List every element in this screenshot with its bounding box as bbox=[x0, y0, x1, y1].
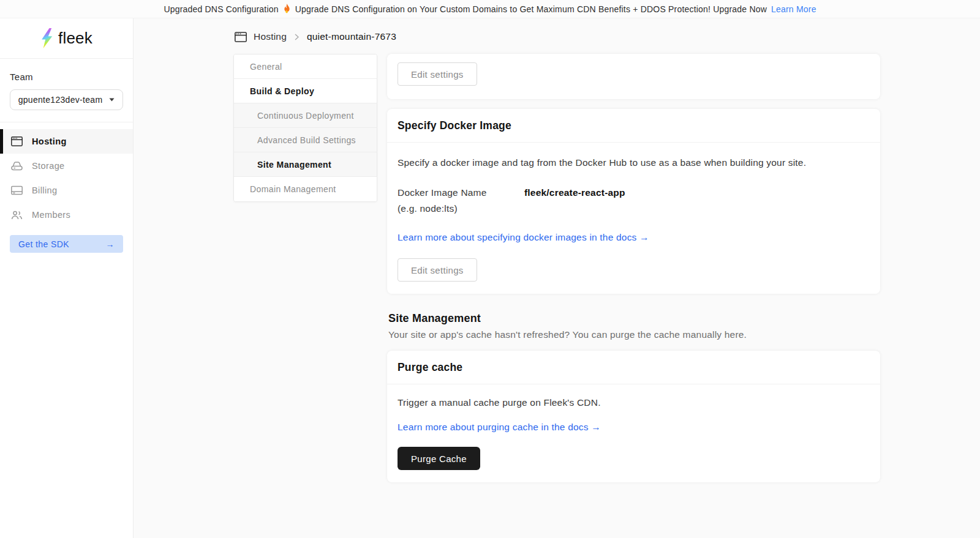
promo-banner: Upgraded DNS Configuration Upgrade DNS C… bbox=[0, 0, 980, 18]
banner-prefix-text: Upgraded DNS Configuration bbox=[164, 4, 278, 14]
docker-image-name-label: Docker Image Name bbox=[398, 185, 524, 201]
sidebar-item-storage[interactable]: Storage bbox=[0, 154, 133, 178]
sidebar: fleek Team gpuente123dev-team bbox=[0, 18, 134, 538]
purge-cache-card: Purge cache Trigger a manual cache purge… bbox=[387, 351, 880, 482]
purge-cache-docs-link[interactable]: Learn more about purging cache in the do… bbox=[398, 422, 601, 433]
site-management-title: Site Management bbox=[388, 312, 880, 325]
sidebar-item-label: Members bbox=[32, 210, 70, 220]
get-sdk-label: Get the SDK bbox=[18, 239, 69, 249]
banner-learn-more-link[interactable]: Learn More bbox=[771, 4, 816, 14]
edit-settings-button[interactable]: Edit settings bbox=[398, 258, 477, 282]
docker-image-name-value: fleek/create-react-app bbox=[524, 185, 625, 201]
breadcrumb: Hosting quiet-mountain-7673 bbox=[233, 31, 880, 42]
storage-drive-icon bbox=[11, 161, 23, 171]
specify-docker-image-card: Specify Docker Image Specify a docker im… bbox=[387, 109, 880, 294]
members-people-icon bbox=[11, 211, 23, 220]
team-selector-dropdown[interactable]: gpuente123dev-team bbox=[10, 89, 123, 110]
sidebar-item-hosting[interactable]: Hosting bbox=[0, 129, 133, 154]
sidebar-divider bbox=[0, 122, 133, 122]
sidebar-nav: Hosting Storage bbox=[0, 129, 133, 227]
settings-tab-domain-management[interactable]: Domain Management bbox=[234, 177, 377, 201]
docker-image-name-hint: (e.g. node:lts) bbox=[398, 201, 870, 217]
main-area: Hosting quiet-mountain-7673 General Buil… bbox=[134, 18, 980, 538]
team-label: Team bbox=[10, 72, 123, 82]
sidebar-item-label: Hosting bbox=[32, 136, 67, 146]
edit-settings-button[interactable]: Edit settings bbox=[398, 62, 477, 86]
docker-docs-link[interactable]: Learn more about specifying docker image… bbox=[398, 232, 649, 243]
breadcrumb-hosting[interactable]: Hosting bbox=[254, 31, 287, 42]
fleek-logo[interactable]: fleek bbox=[0, 18, 133, 59]
sidebar-item-label: Billing bbox=[32, 185, 58, 195]
browser-window-icon bbox=[11, 136, 23, 146]
banner-message: Upgrade DNS Configuration on Your Custom… bbox=[295, 4, 767, 14]
docker-card-title: Specify Docker Image bbox=[387, 109, 880, 143]
chevron-down-icon bbox=[109, 98, 115, 102]
sidebar-item-billing[interactable]: Billing bbox=[0, 178, 133, 203]
settings-menu: General Build & Deploy Continuous Deploy… bbox=[233, 54, 377, 202]
get-sdk-button[interactable]: Get the SDK → bbox=[10, 235, 123, 253]
settings-tab-continuous-deployment[interactable]: Continuous Deployment bbox=[234, 103, 377, 128]
settings-tab-general[interactable]: General bbox=[234, 54, 377, 79]
purge-cache-title: Purge cache bbox=[387, 351, 880, 384]
fleek-bolt-icon bbox=[40, 28, 53, 48]
breadcrumb-project: quiet-mountain-7673 bbox=[307, 31, 396, 42]
fire-icon bbox=[283, 4, 291, 15]
purge-cache-button[interactable]: Purge Cache bbox=[398, 447, 480, 470]
settings-tab-build-deploy[interactable]: Build & Deploy bbox=[234, 79, 377, 103]
docker-card-description: Specify a docker image and tag from the … bbox=[398, 155, 851, 170]
fleek-logo-text: fleek bbox=[58, 29, 92, 48]
site-management-description: Your site or app's cache hasn't refreshe… bbox=[388, 329, 880, 340]
sidebar-item-label: Storage bbox=[32, 161, 65, 171]
browser-window-icon bbox=[235, 32, 247, 42]
credit-card-icon bbox=[11, 185, 23, 195]
settings-tab-site-management[interactable]: Site Management bbox=[234, 152, 377, 177]
previous-settings-card: Edit settings bbox=[387, 54, 880, 99]
purge-cache-description: Trigger a manual cache purge on Fleek's … bbox=[398, 397, 870, 409]
chevron-right-icon bbox=[295, 34, 299, 40]
site-management-section: Site Management Your site or app's cache… bbox=[387, 312, 880, 340]
team-selector-value: gpuente123dev-team bbox=[18, 95, 103, 105]
arrow-right-icon: → bbox=[106, 239, 115, 249]
sidebar-item-members[interactable]: Members bbox=[0, 203, 133, 227]
settings-content: Edit settings Specify Docker Image Speci… bbox=[387, 54, 880, 482]
settings-tab-advanced-build-settings[interactable]: Advanced Build Settings bbox=[234, 128, 377, 152]
